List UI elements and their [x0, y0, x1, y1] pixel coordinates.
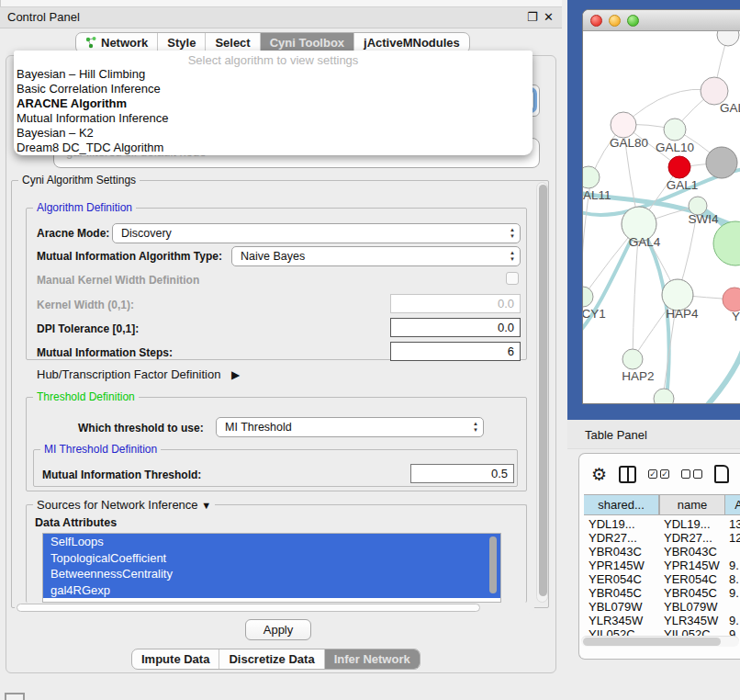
network-window-titlebar[interactable]: [583, 10, 740, 31]
network-node-hap4[interactable]: [662, 279, 693, 310]
attribute-item[interactable]: SelfLoops: [43, 534, 500, 550]
close-icon[interactable]: ✕: [544, 10, 554, 24]
settings-scrollbar-thumb[interactable]: [539, 185, 547, 596]
network-node-gal80[interactable]: [611, 112, 636, 138]
network-node-gal11[interactable]: [583, 166, 600, 188]
table-cell[interactable]: 12: [729, 531, 740, 545]
algorithm-option[interactable]: Mutual Information Inference: [14, 111, 533, 126]
tab-infer-network[interactable]: Infer Network: [324, 649, 420, 669]
algorithm-option[interactable]: Dream8 DC_TDC Algorithm: [14, 141, 533, 155]
expander-right-icon: ▶: [231, 368, 240, 381]
manual-kernel-width-checkbox[interactable]: [506, 272, 519, 285]
table-hscrollbar-track[interactable]: [581, 636, 739, 647]
tab-jactivemnodules[interactable]: jActiveMNodules: [353, 33, 469, 52]
close-traffic-light[interactable]: [590, 15, 602, 27]
data-attributes-list[interactable]: SelfLoops TopologicalCoefficient Between…: [42, 533, 501, 603]
network-node[interactable]: [723, 288, 740, 311]
network-graph[interactable]: GAL GAL80 GAL10 GAL1 GAL11 GAL4 SWI4 GCY…: [583, 31, 740, 404]
table-cell[interactable]: YBR043C: [589, 545, 642, 559]
column-layout-icon[interactable]: [619, 466, 636, 483]
minimize-traffic-light[interactable]: [609, 15, 621, 27]
tab-network[interactable]: Network: [76, 33, 157, 52]
mi-algorithm-type-combo[interactable]: Naive Bayes ▲▼: [231, 246, 521, 266]
hub-tf-expander[interactable]: Hub/Transcription Factor Definition ▶: [37, 367, 240, 381]
table-cell[interactable]: YDL19...: [664, 517, 711, 531]
table-cell[interactable]: 9.: [729, 559, 739, 572]
node-label: SWI4: [688, 212, 718, 226]
table-cell[interactable]: 9.: [729, 614, 739, 627]
network-node-gal1[interactable]: [668, 156, 690, 178]
which-threshold-combo[interactable]: MI Threshold ▲▼: [216, 417, 484, 437]
algorithm-option[interactable]: Bayesian – Hill Climbing: [14, 67, 533, 82]
settings-hscrollbar-track[interactable]: [15, 603, 534, 614]
attribute-item[interactable]: gal4RGexp: [43, 582, 500, 599]
tab-cyni-toolbox[interactable]: Cyni Toolbox: [260, 33, 353, 52]
mi-threshold-label: Mutual Information Threshold:: [42, 469, 201, 481]
mi-threshold-group-title: MI Threshold Definition: [40, 443, 161, 456]
kernel-width-field[interactable]: 0.0: [390, 294, 521, 313]
algorithm-popup-placeholder: Select algorithm to view settings: [14, 51, 533, 67]
network-node[interactable]: [713, 221, 740, 265]
float-window-icon[interactable]: ❐: [527, 10, 538, 24]
table-cell[interactable]: 9.: [729, 586, 739, 600]
algorithm-option-selected[interactable]: ARACNE Algorithm: [14, 96, 533, 111]
zoom-traffic-light[interactable]: [627, 15, 639, 27]
settings-hscrollbar-thumb[interactable]: [17, 604, 480, 612]
table-cell[interactable]: YBR045C: [664, 586, 717, 600]
column-header-name[interactable]: name: [659, 494, 725, 515]
table-cell[interactable]: 8.: [729, 572, 739, 586]
network-node[interactable]: [654, 389, 674, 404]
table-cell[interactable]: YDL19...: [589, 517, 635, 531]
dpi-tolerance-label: DPI Tolerance [0,1]:: [37, 322, 139, 335]
tab-style[interactable]: Style: [157, 33, 205, 52]
mi-steps-field[interactable]: 6: [390, 342, 521, 361]
network-node[interactable]: [717, 31, 739, 46]
table-cell[interactable]: YBR043C: [664, 545, 717, 559]
node-label: Y: [732, 310, 740, 323]
export-table-icon[interactable]: [714, 465, 729, 483]
network-node-gcy1[interactable]: [583, 287, 593, 307]
stepper-icon: ▲▼: [510, 250, 515, 263]
node-label: GAL11: [583, 188, 611, 202]
algorithm-option[interactable]: Basic Correlation Inference: [14, 82, 533, 96]
algorithm-option[interactable]: Bayesian – K2: [14, 126, 533, 141]
bottom-tabbar: Impute Data Discretize Data Infer Networ…: [131, 649, 420, 670]
select-all-columns-icon[interactable]: ✓ ✓: [648, 469, 669, 479]
mi-threshold-field[interactable]: 0.5: [410, 464, 514, 483]
tab-impute-data[interactable]: Impute Data: [132, 649, 219, 669]
sources-title[interactable]: Sources for Network Inference ▼: [33, 498, 215, 512]
network-node-gal10[interactable]: [664, 119, 686, 141]
aracne-mode-combo[interactable]: Discovery ▲▼: [112, 223, 521, 243]
threshold-definition-title: Threshold Definition: [33, 390, 139, 403]
attributes-scrollbar-thumb[interactable]: [489, 536, 497, 593]
table-cell[interactable]: YDR27...: [589, 531, 637, 545]
network-node-hap2[interactable]: [622, 349, 643, 369]
dpi-tolerance-field[interactable]: 0.0: [390, 318, 521, 337]
column-header-third[interactable]: A: [725, 494, 740, 515]
table-cell[interactable]: YLR345W: [589, 614, 643, 627]
settings-scrollbar-track[interactable]: [536, 182, 548, 603]
minimized-panel-icon[interactable]: [5, 693, 25, 700]
table-cell[interactable]: YER054C: [589, 572, 642, 586]
attribute-item[interactable]: TopologicalCoefficient: [43, 550, 500, 567]
table-cell[interactable]: YBL079W: [589, 600, 643, 614]
table-cell[interactable]: YBR045C: [589, 586, 642, 600]
table-cell[interactable]: YBL079W: [664, 600, 718, 614]
gear-icon[interactable]: ⚙: [591, 464, 607, 485]
table-cell[interactable]: YPR145W: [589, 559, 645, 572]
tab-select[interactable]: Select: [205, 33, 259, 52]
table-cell[interactable]: YPR145W: [664, 559, 720, 572]
table-cell[interactable]: YLR345W: [664, 614, 718, 627]
deselect-all-columns-icon[interactable]: [681, 469, 702, 479]
table-hscrollbar-thumb[interactable]: [583, 638, 721, 646]
manual-kernel-width-label: Manual Kernel Width Definition: [37, 274, 199, 287]
tab-discretize-data[interactable]: Discretize Data: [219, 649, 323, 669]
attribute-item[interactable]: BetweennessCentrality: [43, 566, 500, 582]
table-cell[interactable]: YDR27...: [664, 531, 712, 545]
column-header-shared-name[interactable]: shared...: [584, 494, 659, 515]
apply-button[interactable]: Apply: [245, 619, 311, 640]
network-node[interactable]: [706, 147, 737, 178]
algorithm-dropdown-popup: Select algorithm to view settings Bayesi…: [14, 51, 533, 155]
table-cell[interactable]: YER054C: [664, 572, 717, 586]
table-cell[interactable]: 13: [729, 517, 740, 531]
